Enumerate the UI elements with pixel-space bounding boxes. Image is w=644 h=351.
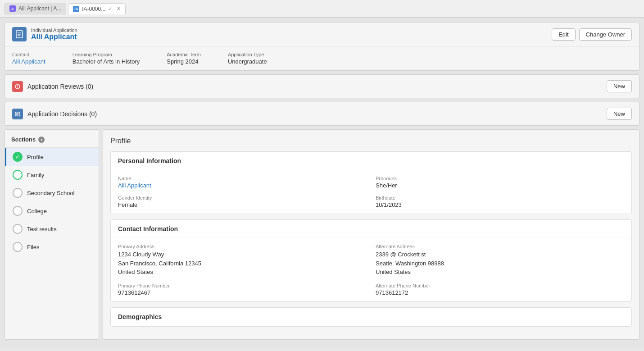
- record-header: Individual Application Alli Applicant Ed…: [5, 23, 639, 46]
- family-label: Family: [27, 172, 44, 178]
- decisions-title: Application Decisions (0): [27, 110, 97, 118]
- primary-address-line3: United States: [118, 269, 153, 275]
- sidebar-item-secondary-school[interactable]: Secondary School: [5, 184, 99, 202]
- profile-status-icon: ✓: [13, 152, 23, 162]
- demographics-section: Demographics: [110, 307, 632, 327]
- alternate-address-line2: Seatle, Washington 98988: [376, 260, 444, 267]
- sidebar-item-test-results[interactable]: Test results: [5, 220, 99, 238]
- tab-applicant[interactable]: A Alli Applicant | A...: [5, 3, 66, 14]
- reviews-card-left: Application Reviews (0): [12, 81, 93, 92]
- tab-ia-label: IA-0000...: [82, 6, 105, 12]
- sections-info-icon[interactable]: i: [38, 137, 45, 143]
- record-header-left: Individual Application Alli Applicant: [12, 27, 77, 41]
- info-field-pronouns: Pronouns She/Her: [376, 176, 624, 189]
- personal-info-section: Personal Information Name Alli Applicant…: [110, 151, 632, 214]
- decisions-new-button[interactable]: New: [607, 108, 632, 120]
- sidebar-item-college[interactable]: College: [5, 202, 99, 220]
- personal-info-grid: Name Alli Applicant Pronouns She/Her Gen…: [111, 170, 631, 214]
- tab-applicant-label: Alli Applicant | A...: [18, 5, 61, 12]
- alternate-phone-label: Alternate Phone Number: [376, 283, 624, 288]
- alternate-address-value: 2339 @ Crockett st Seatle, Washington 98…: [376, 250, 624, 277]
- primary-address-label: Primary Address: [118, 244, 367, 249]
- reviews-card: Application Reviews (0) New: [5, 74, 639, 98]
- test-results-status-icon: [13, 224, 23, 234]
- college-status-icon: [13, 206, 23, 216]
- info-field-name: Name Alli Applicant: [118, 176, 367, 189]
- svg-point-6: [17, 87, 18, 87]
- reviews-icon: [12, 81, 23, 92]
- field-group-term: Academic Term Spring 2024: [167, 52, 201, 65]
- profile-label: Profile: [27, 154, 44, 160]
- program-label: Learning Program: [73, 52, 140, 57]
- svg-rect-7: [15, 112, 20, 116]
- change-owner-button[interactable]: Change Owner: [579, 28, 632, 41]
- tab-ia-close[interactable]: ✕: [117, 6, 121, 12]
- reviews-title: Application Reviews (0): [27, 83, 93, 90]
- sections-header-label: Sections: [11, 136, 36, 143]
- sidebar-item-files[interactable]: Files: [5, 238, 99, 256]
- record-subtitle: Individual Application: [31, 27, 77, 33]
- gender-label: Gender Identity: [118, 195, 367, 201]
- decisions-card: Application Decisions (0) New: [5, 102, 639, 126]
- info-field-gender: Gender Identity Female: [118, 195, 367, 208]
- record-actions: Edit Change Owner: [552, 28, 632, 41]
- tab-applicant-icon: A: [9, 5, 16, 12]
- sections-sidebar: Sections i ✓ Profile Family Secondary Sc…: [5, 129, 99, 340]
- decisions-icon: [12, 109, 23, 119]
- program-value: Bachelor of Arts in History: [73, 58, 140, 65]
- contact-info-grid: Primary Address 1234 Cloudy Way San Fran…: [111, 238, 631, 301]
- sections-header: Sections i: [5, 136, 99, 148]
- decisions-card-left: Application Decisions (0): [12, 109, 97, 119]
- primary-address-line2: San Francisco, California 12345: [118, 260, 201, 267]
- name-label: Name: [118, 176, 367, 181]
- birthdate-value: 10/1/2023: [376, 201, 624, 208]
- record-title[interactable]: Alli Applicant: [31, 33, 77, 41]
- pronouns-value: She/Her: [376, 182, 624, 189]
- alternate-address-field: Alternate Address 2339 @ Crockett st Sea…: [376, 244, 624, 277]
- type-value: Undergraduate: [228, 58, 267, 65]
- record-icon: [12, 27, 27, 41]
- tab-ia[interactable]: IA IA-0000... ✓ ✕: [68, 3, 126, 14]
- browser-chrome: A Alli Applicant | A... IA IA-0000... ✓ …: [0, 0, 644, 18]
- reviews-new-button[interactable]: New: [607, 80, 632, 92]
- college-label: College: [27, 208, 47, 214]
- field-group-program: Learning Program Bachelor of Arts in His…: [73, 52, 140, 65]
- record-card: Individual Application Alli Applicant Ed…: [5, 22, 639, 71]
- birthdate-label: Birthdate: [376, 195, 624, 201]
- record-title-group: Individual Application Alli Applicant: [31, 27, 77, 41]
- primary-phone-value: 9713612467: [118, 289, 367, 296]
- test-results-label: Test results: [27, 226, 57, 232]
- tab-ia-icon: IA: [73, 6, 79, 12]
- primary-address-value: 1234 Cloudy Way San Francisco, Californi…: [118, 250, 367, 277]
- primary-phone-field: Primary Phone Number 9713612467: [118, 283, 367, 296]
- profile-main-title: Profile: [110, 137, 632, 145]
- info-field-birthdate: Birthdate 10/1/2023: [376, 195, 624, 208]
- record-fields: Contact Alli Applicant Learning Program …: [5, 46, 639, 70]
- contact-info-header: Contact Information: [111, 220, 631, 238]
- contact-label: Contact: [12, 52, 45, 57]
- alternate-phone-value: 9713612172: [376, 289, 624, 296]
- tab-ia-check[interactable]: ✓: [108, 6, 112, 12]
- secondary-school-label: Secondary School: [27, 190, 75, 196]
- primary-phone-label: Primary Phone Number: [118, 283, 367, 288]
- edit-button[interactable]: Edit: [552, 28, 575, 41]
- secondary-school-status-icon: [13, 188, 23, 198]
- personal-info-header: Personal Information: [111, 152, 631, 170]
- primary-address-field: Primary Address 1234 Cloudy Way San Fran…: [118, 244, 367, 277]
- alternate-address-line1: 2339 @ Crockett st: [376, 251, 426, 258]
- bottom-area: Sections i ✓ Profile Family Secondary Sc…: [5, 129, 639, 340]
- main-wrapper: Individual Application Alli Applicant Ed…: [0, 18, 644, 348]
- contact-info-section: Contact Information Primary Address 1234…: [110, 219, 632, 302]
- term-value: Spring 2024: [167, 58, 201, 65]
- family-status-icon: [13, 170, 23, 180]
- field-group-type: Application Type Undergraduate: [228, 52, 267, 65]
- name-value[interactable]: Alli Applicant: [118, 182, 367, 189]
- contact-value[interactable]: Alli Applicant: [12, 58, 45, 65]
- term-label: Academic Term: [167, 52, 201, 57]
- gender-value: Female: [118, 201, 367, 208]
- type-label: Application Type: [228, 52, 267, 57]
- sidebar-item-profile[interactable]: ✓ Profile: [5, 148, 99, 166]
- sidebar-item-family[interactable]: Family: [5, 166, 99, 184]
- demographics-header: Demographics: [111, 308, 631, 326]
- profile-content: Profile Personal Information Name Alli A…: [103, 129, 639, 340]
